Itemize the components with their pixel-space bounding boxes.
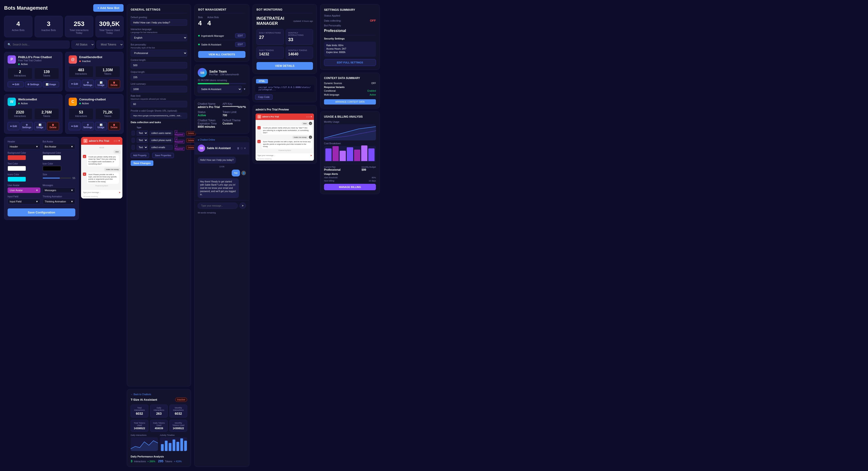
settings-btn-wellcome[interactable]: ⚙ Settings [21, 122, 33, 130]
field-type-1[interactable]: Text [136, 130, 148, 136]
settings-btn-pabllo[interactable]: ⚙ Settings [25, 82, 41, 87]
field-name-1[interactable] [131, 131, 135, 136]
preview-header: ▲ admin's Pro Trial □ □ ✕ [81, 137, 122, 145]
admin-preview-messages: daw U ▲ Could you please clarify what yo… [255, 120, 314, 153]
output-length-input[interactable] [131, 74, 187, 81]
user-avatar-dropdown[interactable]: User Avatar ▼ [7, 187, 40, 193]
bot-avatar-dropdown[interactable]: Bot Avatar ▼ [43, 144, 75, 149]
field-type-3[interactable]: Text [136, 145, 148, 150]
search-input[interactable] [12, 43, 66, 46]
total-tokens-label: Total Tokens Used Today [98, 29, 121, 34]
chat-icon-2[interactable]: □ [241, 147, 243, 150]
status-dot-consuting [79, 103, 81, 104]
sadie-bot-select[interactable]: Sable Ai Assistant [198, 86, 242, 93]
edit-btn-consuting[interactable]: ✏ Edit [69, 122, 81, 130]
monitoring-daily-tokens: DAILY TOKENS 14232 [256, 47, 284, 59]
usage-btn-email[interactable]: 📊 Usage [95, 80, 107, 88]
thinking-anim-dropdown[interactable]: Thinking Animation ▼ [43, 199, 75, 204]
arrange-context-btn[interactable]: ARRANGE CONTEXT DATA [324, 99, 376, 105]
sable-send-btn[interactable]: ➤ [240, 202, 246, 209]
manage-billing-btn[interactable]: MANAGE BILLING [324, 184, 376, 190]
add-property-btn[interactable]: Add Property [131, 153, 149, 158]
field-name-3[interactable] [131, 145, 135, 150]
chat-icon-3[interactable]: ✕ [244, 147, 246, 150]
bot-type-pabllo: Free Trial Trial Chatbot [18, 59, 59, 62]
delete-btn-wellcome[interactable]: 🗑 Delete [47, 122, 59, 130]
edit-btn-email[interactable]: ✏ Edit [69, 80, 81, 88]
input-field-dropdown[interactable]: Input Field ▼ [7, 199, 40, 204]
edit-full-settings-btn[interactable]: EDIT FULL SETTINGS [324, 59, 376, 66]
usage-btn-pabllo[interactable]: 📊 Usage [43, 82, 59, 87]
size-slider[interactable] [43, 178, 71, 178]
header-dropdown[interactable]: Header ▼ [7, 144, 40, 149]
input-field-field: Input Field Input Field ▼ [7, 195, 40, 204]
table-row: Text ✓ Required Delete [131, 129, 197, 137]
bot-tokens-consuting: 71,2K Tokens [95, 108, 120, 120]
monitoring-monthly-interactions: MONTHLY INTERACTIONS 33 [286, 29, 313, 45]
google-sheets-input[interactable] [131, 113, 187, 119]
usage-btn-wellcome[interactable]: 📊 Usage [34, 122, 46, 130]
language-select[interactable]: English [131, 34, 187, 41]
rate-limit-input[interactable] [131, 101, 187, 107]
icons-color-swatch[interactable] [7, 177, 26, 182]
field-type-2[interactable]: Text [136, 138, 148, 143]
bot2-edit-btn[interactable]: EDIT [235, 42, 246, 47]
preview-input-row[interactable]: ➤ [81, 189, 122, 195]
search-box[interactable]: 🔍 [4, 41, 69, 49]
field-name-2[interactable] [131, 138, 135, 143]
admin-user-msg2: make me essay U [257, 136, 312, 139]
save-changes-btn[interactable]: Save Changes [131, 160, 153, 166]
admin-preview-input[interactable] [257, 154, 309, 156]
limit-summary-input[interactable] [131, 86, 187, 92]
delete-btn-email[interactable]: 🗑 Delete [108, 80, 120, 88]
inactive-bots-stat: 3 Inactive Bots [35, 16, 63, 37]
monthly-budget-label: Monthly Budget [362, 166, 376, 168]
personality-select[interactable]: Professional [131, 50, 187, 57]
view-all-chatbots-btn[interactable]: VIEW ALL CHATBOTS [198, 51, 246, 58]
monitoring-bot-name: INGETRATEAI MANAGER [256, 16, 284, 26]
delete-btn-consuting[interactable]: 🗑 Delete [108, 122, 120, 130]
context-length-input[interactable] [131, 62, 187, 68]
settings-btn-email[interactable]: ⚙ Settings [82, 80, 94, 88]
bot-tokens-email: 1,33M Tokens [95, 66, 120, 78]
preview-input[interactable] [83, 192, 118, 194]
chatbot-info-grid: Chatbot Name admin's Pro Trial API Key *… [198, 102, 246, 128]
back-link[interactable]: ← Back to Chatbots [131, 393, 187, 395]
preview-send-icon[interactable]: ➤ [119, 191, 121, 194]
monthly-budget-field: Monthly Budget $99 [362, 166, 376, 171]
icon-color-swatch[interactable] [43, 166, 61, 171]
edit-btn-wellcome[interactable]: ✏ Edit [7, 122, 20, 130]
edit-btn-pabllo[interactable]: ✏ Edit [7, 82, 24, 87]
admin-send-icon[interactable]: ➤ [310, 154, 312, 157]
field-action-3[interactable] [150, 145, 173, 150]
html-tab[interactable]: HTML [256, 79, 268, 83]
messages-dropdown[interactable]: Messages ▼ [43, 187, 75, 193]
status-filter[interactable]: All Status [71, 40, 95, 49]
admin-preview-chat: ▲ admin's Pro Trial □ □ ✕ daw U [255, 114, 314, 160]
sable-chat-input[interactable] [198, 203, 238, 209]
view-details-btn[interactable]: VIEW DETAILS [256, 62, 313, 70]
usage-btn-consuting[interactable]: 📊 Usage [95, 122, 107, 130]
save-config-button[interactable]: Save Configuration [7, 208, 75, 216]
default-greeting-input[interactable] [131, 19, 187, 26]
daily-performance-area: Daily Performance Analysis 3 Interaction… [131, 455, 187, 463]
bot1-edit-btn[interactable]: EDIT [235, 33, 246, 38]
admin-bot-msg2: ▲ Sure! Please provide me with a topic, … [257, 140, 312, 148]
bar-5 [354, 150, 360, 161]
admin-words-remaining: 60 words remaining [255, 157, 314, 160]
field-action-2[interactable] [150, 138, 173, 143]
svg-rect-5 [180, 438, 183, 451]
tokens-filter[interactable]: Most Tokens [96, 40, 124, 49]
bg-color-swatch[interactable] [7, 155, 26, 160]
bg-color2-swatch[interactable] [43, 155, 61, 160]
text-color-swatch[interactable] [7, 166, 26, 171]
admin-input-row[interactable]: ➤ [255, 153, 314, 157]
chat-icon-1[interactable]: 🗑 [237, 147, 240, 150]
settings-btn-consuting[interactable]: ⚙ Settings [82, 122, 94, 130]
field-action-1[interactable] [150, 131, 173, 136]
add-new-bot-button[interactable]: + Add New Bot [93, 4, 124, 12]
size-field: Size 55 [43, 173, 75, 182]
save-properties-btn[interactable]: Save Properties [152, 153, 174, 158]
copy-code-btn[interactable]: Copy Code [255, 94, 273, 100]
bot1-dot [198, 35, 200, 36]
